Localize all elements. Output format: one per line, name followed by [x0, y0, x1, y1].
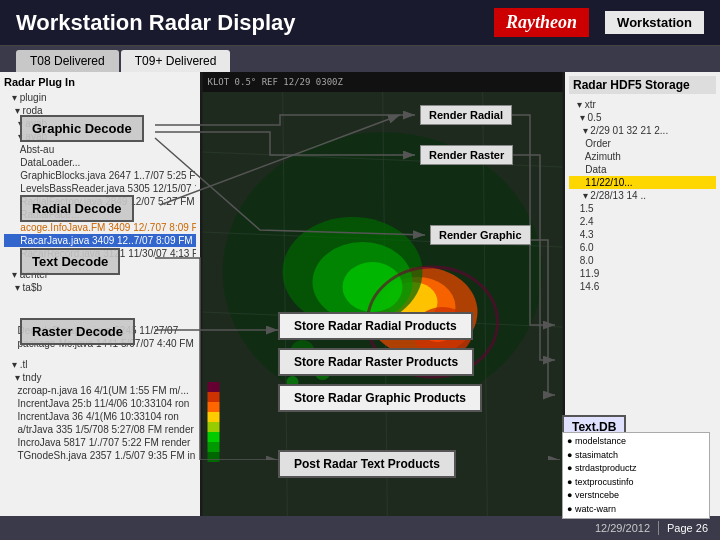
textdb-items: ● modelstance ● stasimatch ● strdastprod…: [562, 432, 710, 519]
tree-item: IncrentJava 25:b 11/4/06 10:33104 ron: [4, 397, 196, 410]
render-radial-label: Render Radial: [429, 109, 503, 121]
date-label: 12/29/2012: [595, 522, 650, 534]
textdb-item: ● strdastproductz: [567, 462, 705, 476]
svg-rect-27: [208, 412, 220, 422]
right-tree-item: 6.0: [569, 241, 716, 254]
page-title: Workstation Radar Display: [16, 10, 296, 36]
store-raster-label: Store Radar Raster Products: [294, 355, 458, 369]
post-radar-text-box: Post Radar Text Products: [278, 450, 456, 478]
tree-item: TGnodeSh.java 2357 1./5/07 9:35 FM in: [4, 449, 196, 462]
tree-item: IncroJava 5817 1/./707 5:22 FM render: [4, 436, 196, 449]
render-radial-box: Render Radial: [420, 105, 512, 125]
right-tree-item: 1.5: [569, 202, 716, 215]
svg-rect-29: [208, 392, 220, 402]
tree-item: ▾ ta$b: [4, 281, 196, 294]
raster-decode-label: Raster Decode: [32, 324, 123, 339]
tree-item: Abst-au: [4, 143, 196, 156]
svg-rect-24: [208, 442, 220, 452]
store-radial-label: Store Radar Radial Products: [294, 319, 457, 333]
tree-item: ▾ plugin: [4, 91, 196, 104]
svg-rect-23: [208, 452, 220, 462]
radial-decode-label: Radial Decode: [32, 201, 122, 216]
render-raster-label: Render Raster: [429, 149, 504, 161]
radial-decode-box[interactable]: Radial Decode: [20, 195, 134, 222]
text-decode-box[interactable]: Text Decode: [20, 248, 120, 275]
tabs-bar: T08 Delivered T09+ Delivered: [0, 46, 720, 72]
right-panel-title: Radar HDF5 Storage: [569, 76, 716, 94]
store-graphic-box: Store Radar Graphic Products: [278, 384, 482, 412]
textdb-item: ● verstncebe: [567, 489, 705, 503]
tree-item: LevelsBassReader.java 5305 12/15/07 12: [4, 182, 196, 195]
render-raster-box: Render Raster: [420, 145, 513, 165]
right-tree-item: 11.9: [569, 267, 716, 280]
render-graphic-label: Render Graphic: [439, 229, 522, 241]
workstation-badge: Workstation: [605, 11, 704, 34]
right-tree-item: ▾ 2/29 01 32 21 2...: [569, 124, 716, 137]
store-radial-box: Store Radar Radial Products: [278, 312, 473, 340]
raster-decode-box[interactable]: Raster Decode: [20, 318, 135, 345]
page-indicator: Page 26: [667, 522, 708, 534]
right-tree-item: Data: [569, 163, 716, 176]
tree-item: IncrentJava 36 4/1(M6 10:33104 ron: [4, 410, 196, 423]
svg-rect-28: [208, 402, 220, 412]
tab-t09[interactable]: T09+ Delivered: [121, 50, 231, 72]
textdb-item: ● stasimatch: [567, 449, 705, 463]
post-radar-label: Post Radar Text Products: [294, 457, 440, 471]
textdb-item: ● modelstance: [567, 435, 705, 449]
bottom-bar: 12/29/2012 Page 26: [0, 516, 720, 540]
text-decode-label: Text Decode: [32, 254, 108, 269]
main-container: Workstation Radar Display Raytheon Works…: [0, 0, 720, 540]
tree-item: zcroap-n.java 16 4/1(UM 1:55 FM m/...: [4, 384, 196, 397]
right-tree-item: 8.0: [569, 254, 716, 267]
right-tree-item: Order: [569, 137, 716, 150]
tree-item: ▾ .tl: [4, 358, 196, 371]
render-graphic-box: Render Graphic: [430, 225, 531, 245]
tree-item: acoge.InfoJava.FM 3409 12/.707 8:09 FM: [4, 221, 196, 234]
tab-t08[interactable]: T08 Delivered: [16, 50, 119, 72]
right-tree-item: 14.6: [569, 280, 716, 293]
graphic-decode-box[interactable]: Graphic Decode: [20, 115, 144, 142]
svg-point-14: [343, 262, 403, 312]
divider: [658, 521, 659, 535]
store-raster-box: Store Radar Raster Products: [278, 348, 474, 376]
right-tree-item: ▾ 0.5: [569, 111, 716, 124]
header: Workstation Radar Display Raytheon Works…: [0, 0, 720, 46]
tree-item: GraphicBlocks.java 2647 1..7/07 5:25 FM: [4, 169, 196, 182]
textdb-item: ● textprocustinfo: [567, 476, 705, 490]
right-tree-item: ▾ xtr: [569, 98, 716, 111]
svg-rect-26: [208, 422, 220, 432]
header-right: Raytheon Workstation: [494, 8, 704, 37]
right-tree-item-selected: 11/22/10...: [569, 176, 716, 189]
right-tree-item: 4.3: [569, 228, 716, 241]
textdb-item: ● watc-warn: [567, 503, 705, 517]
svg-text:KLOT 0.5° REF 12/29 0300Z: KLOT 0.5° REF 12/29 0300Z: [208, 77, 344, 87]
right-tree-item: 2.4: [569, 215, 716, 228]
graphic-decode-label: Graphic Decode: [32, 121, 132, 136]
raytheon-logo: Raytheon: [494, 8, 589, 37]
tree-item: ▾ tndy: [4, 371, 196, 384]
tree-item: a/trJava 335 1/5/708 5:27/08 FM render: [4, 423, 196, 436]
svg-rect-25: [208, 432, 220, 442]
tree-item-highlighted: RacarJava.java 3409 12..7/07 8:09 FM: [4, 234, 196, 247]
svg-rect-30: [208, 382, 220, 392]
left-panel-title: Radar Plug In: [4, 76, 196, 88]
tree-item: DataLoader...: [4, 156, 196, 169]
store-graphic-label: Store Radar Graphic Products: [294, 391, 466, 405]
right-tree-item: ▾ 2/28/13 14 ..: [569, 189, 716, 202]
right-tree-item: Azimuth: [569, 150, 716, 163]
